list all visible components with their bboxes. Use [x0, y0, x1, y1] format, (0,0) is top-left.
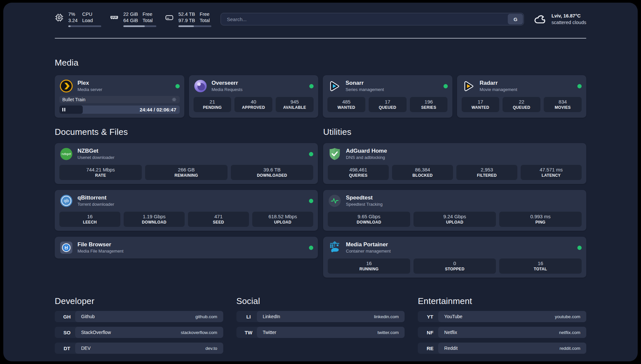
storage-free-label: Free [200, 11, 210, 17]
section-title-entertainment: Entertainment [418, 296, 586, 306]
app-subtitle: Media server [77, 87, 102, 92]
divider [55, 38, 586, 39]
link-netflix[interactable]: NF Netflix netflix.com [418, 327, 586, 338]
stat-value: 22 [504, 99, 539, 105]
status-dot [309, 84, 314, 88]
link-url: youtube.com [555, 314, 580, 319]
stat-tile: 834 MOVIES [544, 97, 582, 112]
link-name: YouTube [444, 314, 462, 319]
playback-time: 24:44 / 02:06:47 [140, 106, 176, 114]
app-subtitle: Usenet downloader [77, 155, 114, 160]
stat-value: 2,953 [458, 167, 516, 172]
plex-icon [59, 79, 73, 93]
link-name: Netflix [444, 330, 457, 335]
stat-value: 0 [415, 260, 495, 266]
nzbget-icon: nzbget [59, 147, 73, 161]
app-card-adguard[interactable]: AdGuard Home DNS and adblocking 498,461 … [323, 143, 586, 184]
cpu-progress-track [68, 25, 101, 27]
section-title-documents: Documents & Files [55, 127, 318, 137]
overseerr-icon [194, 79, 207, 93]
sonarr-icon [327, 79, 341, 93]
stat-label: QUEUED [370, 105, 405, 110]
media-row: Plex Media server Bullet Train 24:44 / 0… [55, 75, 586, 118]
playback-progress-bar: 24:44 / 02:06:47 [59, 106, 180, 114]
cpu-load-value: 3.24 [68, 17, 77, 24]
app-card-filebrowser[interactable]: File Browser Media File Management [55, 237, 318, 258]
status-dot [577, 84, 582, 88]
stat-tile: 498,461 QUERIES [328, 165, 389, 180]
app-card-nzbget[interactable]: nzbget NZBGet Usenet downloader 744.21 M… [55, 143, 318, 184]
stat-value: 0.993 ms [501, 214, 580, 219]
app-card-plex[interactable]: Plex Media server Bullet Train 24:44 / 0… [55, 75, 184, 118]
now-playing-title: Bullet Train [62, 97, 85, 102]
stat-value: 16 [329, 260, 409, 266]
stat-label: DOWNLOAD [329, 220, 409, 225]
qbittorrent-icon: qb [59, 194, 73, 208]
link-name: Github [81, 314, 95, 319]
documents-column: Documents & Files nzbget NZBGet Usenet d… [55, 127, 318, 258]
app-card-overseerr[interactable]: Overseerr Media Requests 21 PENDING 40 A… [189, 75, 319, 118]
stat-label: SEED [189, 220, 248, 225]
status-dot [175, 84, 180, 88]
app-card-speedtest[interactable]: Speedtest Speedtest Tracking 9.65 Gbps D… [323, 190, 586, 231]
social-links: Social LI LinkedIn linkedin.com TW Twitt… [236, 296, 405, 338]
settings-icon[interactable] [171, 97, 177, 102]
search-engine-button[interactable]: G [508, 14, 523, 24]
stat-label: QUERIES [329, 173, 387, 178]
link-url: dev.to [205, 346, 217, 351]
app-card-qbittorrent[interactable]: qb qBittorrent Torrent downloader 16 LEE… [55, 190, 318, 231]
filebrowser-icon [59, 241, 73, 255]
app-card-portainer[interactable]: Media Portainer Container management 16 … [323, 237, 586, 278]
stat-tile: 266 GB REMAINING [145, 165, 228, 180]
stat-label: UPLOAD [254, 220, 312, 225]
stat-value: 17 [370, 99, 405, 105]
link-github[interactable]: GH Github github.com [55, 311, 223, 322]
stat-label: MOVIES [545, 105, 580, 110]
stat-value: 744.21 Mbps [61, 167, 140, 172]
stat-label: LATENCY [522, 173, 580, 178]
svg-text:qb: qb [64, 198, 69, 203]
stat-label: STOPPED [415, 267, 495, 271]
stat-value: 618.52 Mbps [254, 214, 312, 219]
link-name: Reddit [444, 346, 457, 351]
app-subtitle: Series management [346, 87, 384, 92]
link-url: github.com [196, 314, 217, 319]
stat-value: 471 [189, 214, 248, 219]
stat-value: 17 [463, 99, 498, 105]
stat-label: WANTED [463, 105, 498, 110]
section-title-social: Social [236, 296, 405, 306]
link-name: DEV [81, 346, 91, 351]
stat-tile: 40 APPROVED [234, 97, 272, 112]
stat-value: 485 [329, 99, 364, 105]
stat-tile: 17 QUEUED [369, 97, 407, 112]
status-dot [443, 84, 448, 88]
app-subtitle: Speedtest Tracking [346, 202, 382, 207]
stat-tile: 16 TOTAL [499, 258, 582, 274]
stat-tile: 21 PENDING [194, 97, 231, 112]
link-twitter[interactable]: TW Twitter twitter.com [236, 327, 405, 338]
stat-value: 16 [501, 260, 580, 266]
link-dev[interactable]: DT DEV dev.to [55, 343, 223, 354]
link-stackoverflow[interactable]: SO StackOverflow stackoverflow.com [55, 327, 223, 338]
app-card-sonarr[interactable]: Sonarr Series management 485 WANTED 17 Q… [323, 75, 452, 118]
app-name: Radarr [480, 80, 517, 86]
link-linkedin[interactable]: LI LinkedIn linkedin.com [236, 311, 405, 322]
stat-label: UPLOAD [415, 220, 495, 225]
app-card-radarr[interactable]: Radarr Movie management 17 WANTED 22 QUE… [457, 75, 587, 118]
link-reddit[interactable]: RE Reddit reddit.com [418, 343, 586, 354]
search-input[interactable] [221, 16, 507, 22]
memory-total-value: 64 GiB [123, 17, 138, 24]
app-name: Speedtest [346, 195, 382, 201]
link-url: stackoverflow.com [181, 330, 217, 335]
stat-value: 1.19 Gbps [125, 214, 183, 219]
stat-tile: 2,953 FILTERED [456, 165, 517, 180]
stat-value: 498,461 [329, 167, 387, 172]
stat-label: DOWNLOADED [232, 173, 312, 178]
stat-tile: 471 SEED [188, 212, 249, 227]
topbar: 7% 3.24 CPU Load [55, 11, 586, 27]
memory-stat: 22 GiB 64 GiB Free Total [110, 11, 156, 27]
link-youtube[interactable]: YT YouTube youtube.com [418, 311, 586, 322]
cpu-icon [55, 13, 64, 22]
app-name: Media Portainer [346, 241, 391, 248]
app-subtitle: Movie management [480, 87, 517, 92]
